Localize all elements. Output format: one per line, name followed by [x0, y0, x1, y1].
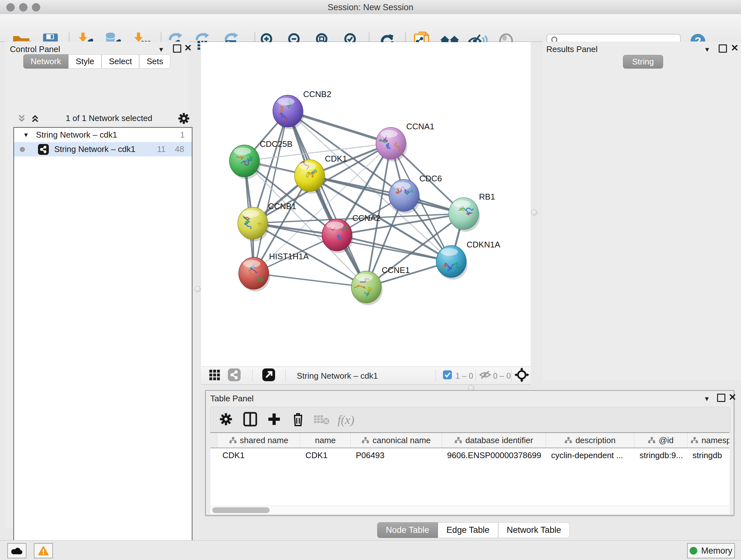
table-row[interactable]: CDK1CDK1P064939606.ENSP00000378699cyclin…	[210, 448, 730, 462]
title-bar: Session: New Session	[0, 0, 741, 14]
add-column-icon[interactable]	[267, 413, 281, 427]
network-status-dot	[20, 147, 25, 152]
node-label: CCNB2	[303, 89, 331, 99]
tab-style[interactable]: Style	[68, 54, 102, 69]
network-edge[interactable]	[337, 235, 451, 261]
hidden-eye-icon[interactable]	[479, 370, 491, 381]
control-panel-title: Control Panel	[10, 44, 60, 54]
collection-count: 1	[180, 130, 185, 140]
control-panel-float-icon[interactable]	[173, 44, 181, 53]
warning-button[interactable]	[34, 543, 53, 558]
table-panel-float-icon[interactable]	[717, 394, 725, 402]
node-label: CCNB1	[268, 201, 296, 211]
network-view-title: String Network – cdk1	[297, 371, 378, 381]
table-panel-close-icon[interactable]: ✕	[729, 392, 736, 402]
column-header-label: @id	[659, 435, 674, 445]
column-header-namespace[interactable]: namespace	[687, 433, 730, 448]
node-label: CDC25B	[260, 139, 293, 149]
column-header-label: database identifier	[465, 435, 533, 445]
tab-network[interactable]: Network	[23, 54, 68, 69]
hierarchy-icon	[564, 437, 572, 444]
network-node-ccne1[interactable]: CCNE1	[351, 265, 410, 305]
gear-icon[interactable]	[177, 112, 191, 125]
status-bar: Memory	[0, 540, 741, 560]
network-node-rb1[interactable]: RB1	[449, 192, 495, 232]
network-node-ccnb2[interactable]: CCNB2	[273, 89, 331, 129]
column-header-name[interactable]: name	[300, 433, 351, 448]
tab-network-table[interactable]: Network Table	[498, 522, 570, 538]
memory-label: Memory	[701, 546, 732, 556]
tab-node-table[interactable]: Node Table	[377, 522, 438, 538]
table-cell[interactable]: stringdb	[687, 450, 730, 460]
table-cell[interactable]: CDK1	[300, 450, 351, 460]
network-badge-icon	[38, 144, 49, 155]
selected-counts: 1 – 0	[455, 371, 473, 381]
memory-button[interactable]: Memory	[687, 543, 735, 558]
node-label: CDK1	[325, 154, 347, 164]
node-table: shared namenamecanonical namedatabase id…	[210, 432, 730, 506]
column-header-label: shared name	[240, 435, 288, 445]
main-toolbar: ?	[0, 14, 741, 42]
column-header-canonical-name[interactable]: canonical name	[351, 433, 442, 448]
network-row-selected[interactable]: String Network – cdk1 11 48	[14, 142, 192, 157]
results-panel-menu-icon[interactable]: ▼	[704, 46, 711, 53]
table-cell[interactable]: P06493	[351, 450, 442, 460]
tab-select[interactable]: Select	[102, 54, 139, 69]
network-graph[interactable]: CCNB2CCNA1CDC25BCDK1CDC6RB1CCNB1CCNA2CDK…	[201, 42, 531, 367]
left-splitter-handle[interactable]	[195, 286, 201, 292]
toolbar-separator	[475, 369, 476, 382]
tab-string[interactable]: String	[623, 55, 663, 69]
hierarchy-icon	[690, 437, 698, 444]
network-node-cdc6[interactable]: CDC6	[389, 174, 442, 213]
table-panel-menu-icon[interactable]: ▼	[704, 395, 710, 402]
network-canvas[interactable]: CCNB2CCNA1CDC25BCDK1CDC6RB1CCNB1CCNA2CDK…	[201, 42, 531, 367]
network-collection-row[interactable]: ▼ String Network – cdk1 1	[14, 128, 192, 142]
show-columns-icon[interactable]	[243, 412, 257, 428]
collapse-all-icon[interactable]	[17, 114, 27, 123]
table-cell[interactable]: 9606.ENSP00000378699	[442, 450, 546, 460]
toolbar-separator	[252, 369, 253, 382]
node-label: CCNA2	[352, 213, 381, 223]
selected-checkbox-icon[interactable]	[443, 370, 452, 381]
table-gutter	[210, 433, 217, 448]
cloud-button[interactable]	[7, 543, 26, 558]
results-panel: Results Panel ▼ ✕ String Expand All Coll…	[542, 42, 741, 380]
node-label: CDC6	[419, 174, 442, 183]
window-title: Session: New Session	[0, 3, 741, 12]
table-cell[interactable]: stringdb:9...	[634, 450, 687, 460]
expand-all-icon[interactable]	[30, 114, 41, 123]
column-header--id[interactable]: @id	[634, 433, 687, 448]
table-hscroll-thumb[interactable]	[212, 507, 270, 513]
network-node-ccna1[interactable]: CCNA1	[376, 122, 434, 162]
tab-sets[interactable]: Sets	[139, 54, 171, 69]
control-panel-close-icon[interactable]: ✕	[184, 43, 192, 53]
fit-selected-crosshair-icon[interactable]	[515, 368, 529, 383]
network-node-hist1h1a[interactable]: HIST1H1A	[239, 252, 309, 292]
delete-column-icon[interactable]	[291, 412, 305, 428]
collection-expander-icon[interactable]: ▼	[23, 132, 29, 138]
control-panel-menu-icon[interactable]: ▼	[158, 46, 164, 53]
toolbar-separator	[435, 369, 436, 382]
right-splitter-handle[interactable]	[531, 209, 537, 215]
results-panel-close-icon[interactable]: ✕	[731, 43, 738, 53]
network-badge-gray-icon[interactable]	[227, 368, 241, 383]
table-cell[interactable]: CDK1	[217, 450, 300, 460]
export-view-icon[interactable]	[262, 368, 275, 383]
table-cell[interactable]: cyclin-dependent ...	[546, 450, 634, 460]
results-panel-title: Results Panel	[546, 44, 597, 54]
table-settings-gear-icon[interactable]	[219, 412, 233, 428]
column-header-label: description	[576, 435, 616, 445]
network-node-cdkn1a[interactable]: CDKN1A	[436, 240, 500, 280]
table-hscrollbar[interactable]	[210, 506, 730, 514]
node-label: CCNE1	[382, 265, 410, 275]
control-panel: Control Panel ▼ ✕ NetworkStyleSelectSets…	[5, 42, 189, 529]
network-edge[interactable]	[254, 273, 366, 287]
collection-label: String Network – cdk1	[36, 130, 117, 140]
results-panel-float-icon[interactable]	[719, 44, 727, 53]
column-header-description[interactable]: description	[546, 433, 634, 448]
table-header-row: shared namenamecanonical namedatabase id…	[210, 433, 730, 448]
birds-eye-view-icon[interactable]	[209, 369, 220, 382]
column-header-database-identifier[interactable]: database identifier	[442, 433, 546, 448]
tab-edge-table[interactable]: Edge Table	[438, 522, 498, 538]
column-header-shared-name[interactable]: shared name	[217, 433, 300, 448]
